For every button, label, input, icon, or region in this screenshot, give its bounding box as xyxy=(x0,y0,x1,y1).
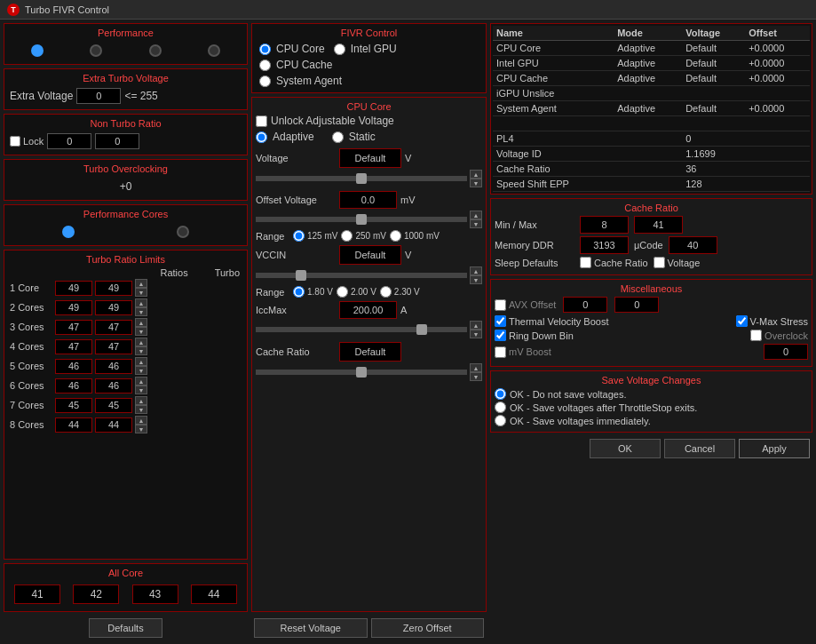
voltage-up[interactable]: ▲ xyxy=(470,170,482,179)
vmax-stress-checkbox[interactable] xyxy=(736,315,748,327)
range-125-label[interactable]: 125 mV xyxy=(293,230,337,242)
core-7-up[interactable]: ▲ xyxy=(135,396,147,405)
ok-button[interactable]: OK xyxy=(590,439,661,458)
cache-ratio-slider[interactable] xyxy=(256,370,467,375)
core-5-up[interactable]: ▲ xyxy=(135,357,147,366)
core-1-turbo[interactable] xyxy=(95,281,132,296)
perf-dot-4[interactable] xyxy=(208,44,220,57)
offset-voltage-input[interactable] xyxy=(339,191,397,209)
ucode-input[interactable] xyxy=(669,236,717,254)
offset-up[interactable]: ▲ xyxy=(470,211,482,219)
core-4-ratios[interactable] xyxy=(55,339,92,354)
core-2-down[interactable]: ▼ xyxy=(135,307,147,316)
min-val-input[interactable] xyxy=(580,216,629,234)
save-opt-1-radio[interactable] xyxy=(495,388,506,400)
range-250-radio[interactable] xyxy=(341,230,353,242)
core-6-turbo[interactable] xyxy=(95,378,132,394)
vccin-230-radio[interactable] xyxy=(380,286,392,298)
perf-dot-2[interactable] xyxy=(90,44,102,57)
core-4-turbo[interactable] xyxy=(95,339,132,354)
range-1000-label[interactable]: 1000 mV xyxy=(390,230,440,242)
thermal-velocity-checkbox[interactable] xyxy=(495,315,506,327)
adaptive-label[interactable]: Adaptive xyxy=(256,131,314,143)
ring-down-bin-checkbox[interactable] xyxy=(495,330,506,341)
core-6-ratios[interactable] xyxy=(55,378,92,394)
sleep-voltage-checkbox[interactable] xyxy=(654,257,665,268)
perf-core-dot-2[interactable] xyxy=(177,226,189,238)
overclock-label[interactable]: Overclock xyxy=(750,330,808,341)
offset-slider[interactable] xyxy=(256,217,467,222)
static-label[interactable]: Static xyxy=(332,131,376,143)
core-5-ratios[interactable] xyxy=(55,359,92,374)
range-250-label[interactable]: 250 mV xyxy=(341,230,385,242)
core-7-ratios[interactable] xyxy=(55,398,92,413)
voltage-down[interactable]: ▼ xyxy=(470,179,482,187)
vmax-stress-label[interactable]: V-Max Stress xyxy=(736,315,808,327)
all-core-val-3[interactable] xyxy=(132,584,178,604)
core-2-turbo[interactable] xyxy=(95,300,132,315)
cache-ratio-down[interactable]: ▼ xyxy=(470,372,482,381)
sleep-voltage-label[interactable]: Voltage xyxy=(654,257,701,268)
unlock-adjustable-checkbox[interactable] xyxy=(256,115,267,127)
save-opt-2-label[interactable]: OK - Save voltages after ThrottleStop ex… xyxy=(495,402,697,413)
iccmax-down[interactable]: ▼ xyxy=(470,330,482,338)
core-6-down[interactable]: ▼ xyxy=(135,386,147,394)
extra-voltage-input[interactable] xyxy=(76,88,121,104)
iccmax-slider[interactable] xyxy=(256,327,467,332)
core-5-turbo[interactable] xyxy=(95,359,132,374)
fivr-intel-gpu-label[interactable]: Intel GPU xyxy=(334,43,397,55)
all-core-val-4[interactable] xyxy=(191,584,237,604)
vccin-default-btn[interactable]: Default xyxy=(339,245,401,265)
non-turbo-lock-checkbox[interactable] xyxy=(10,136,20,147)
perf-dot-3[interactable] xyxy=(149,44,162,57)
perf-dot-1[interactable] xyxy=(31,44,44,57)
core-1-up[interactable]: ▲ xyxy=(135,279,147,288)
thermal-velocity-label[interactable]: Thermal Velocity Boost xyxy=(495,315,609,327)
cache-ratio-up[interactable]: ▲ xyxy=(470,363,482,372)
apply-button[interactable]: Apply xyxy=(739,439,810,458)
offset-down[interactable]: ▼ xyxy=(470,219,482,228)
core-8-down[interactable]: ▼ xyxy=(135,425,147,433)
core-3-turbo[interactable] xyxy=(95,320,132,335)
range-1000-radio[interactable] xyxy=(390,230,401,242)
vccin-down[interactable]: ▼ xyxy=(470,275,482,284)
core-8-ratios[interactable] xyxy=(55,417,92,433)
vccin-up[interactable]: ▲ xyxy=(470,266,482,275)
iccmax-up[interactable]: ▲ xyxy=(470,321,482,330)
ring-down-bin-label[interactable]: Ring Down Bin xyxy=(495,330,574,341)
range-125-radio[interactable] xyxy=(293,230,305,242)
core-3-ratios[interactable] xyxy=(55,320,92,335)
core-6-up[interactable]: ▲ xyxy=(135,377,147,386)
mv-boost-checkbox[interactable] xyxy=(495,346,506,358)
core-8-turbo[interactable] xyxy=(95,417,132,433)
vccin-180-radio[interactable] xyxy=(293,286,305,298)
all-core-val-1[interactable] xyxy=(14,584,60,604)
core-5-down[interactable]: ▼ xyxy=(135,366,147,375)
save-opt-3-radio[interactable] xyxy=(495,415,506,426)
adaptive-radio[interactable] xyxy=(256,131,267,143)
vccin-200-label[interactable]: 2.00 V xyxy=(337,286,376,298)
fivr-system-agent-label[interactable]: System Agent xyxy=(259,75,342,87)
fivr-cpu-cache-label[interactable]: CPU Cache xyxy=(259,59,332,71)
save-opt-1-label[interactable]: OK - Do not save voltages. xyxy=(495,388,626,400)
avx-offset-checkbox[interactable] xyxy=(495,299,506,311)
memory-ddr-input[interactable] xyxy=(580,236,629,254)
fivr-system-agent-radio[interactable] xyxy=(259,76,271,87)
cache-ratio-default-btn[interactable]: Default xyxy=(339,342,401,362)
avx-val1-input[interactable] xyxy=(563,297,607,313)
reset-voltage-button[interactable]: Reset Voltage xyxy=(254,618,368,638)
perf-core-dot-1[interactable] xyxy=(62,226,75,238)
fivr-cpu-cache-radio[interactable] xyxy=(259,60,271,71)
defaults-button[interactable]: Defaults xyxy=(89,618,162,638)
voltage-default-btn[interactable]: Default xyxy=(339,148,401,168)
sleep-cache-ratio-checkbox[interactable] xyxy=(580,257,591,268)
static-radio[interactable] xyxy=(332,131,344,143)
core-1-down[interactable]: ▼ xyxy=(135,288,147,297)
overclock-checkbox[interactable] xyxy=(750,330,762,341)
vccin-180-label[interactable]: 1.80 V xyxy=(293,286,333,298)
avx-offset-label[interactable]: AVX Offset xyxy=(495,299,556,311)
all-core-val-2[interactable] xyxy=(73,584,119,604)
fivr-cpu-core-radio[interactable] xyxy=(259,44,271,55)
fivr-intel-gpu-radio[interactable] xyxy=(334,44,345,55)
fivr-cpu-core-label[interactable]: CPU Core xyxy=(259,43,325,55)
